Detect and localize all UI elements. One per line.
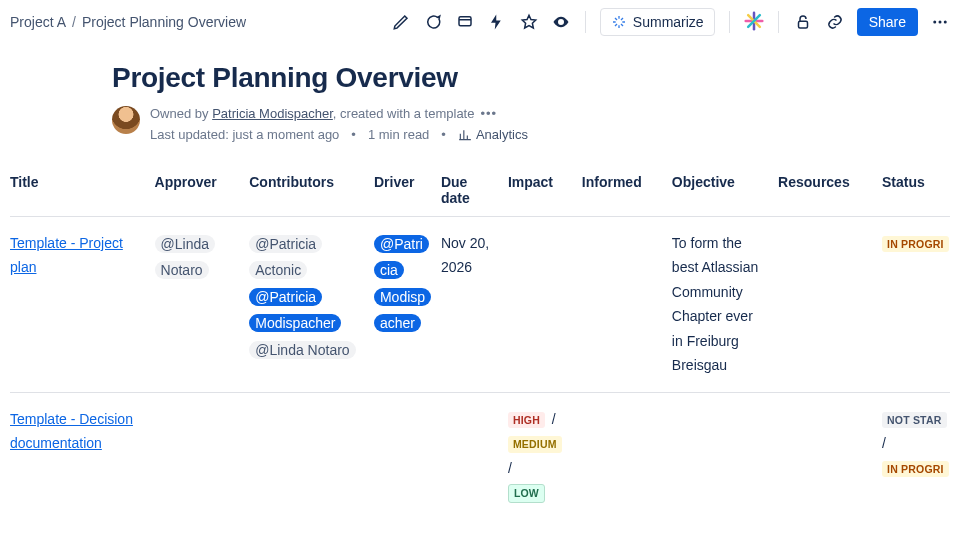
breadcrumb: Project A / Project Planning Overview	[10, 14, 246, 30]
read-time: 1 min read	[368, 125, 429, 146]
page-title: Project Planning Overview	[112, 62, 950, 94]
share-button[interactable]: Share	[857, 8, 918, 36]
last-updated: Last updated: just a moment ago	[150, 125, 339, 146]
col-impact: Impact	[502, 164, 576, 217]
summarize-button[interactable]: Summarize	[600, 8, 715, 36]
toolbar-divider	[729, 11, 730, 33]
objective-cell: To form the best Atlassian Community Cha…	[666, 216, 772, 392]
impact-lozenge: MEDIUM	[508, 436, 562, 453]
status-separator: /	[882, 431, 944, 456]
status-lozenge: IN PROGRI	[882, 461, 949, 478]
user-mention[interactable]: @Patricia Actonic	[249, 235, 322, 280]
analytics-link[interactable]: Analytics	[458, 125, 528, 146]
svg-point-9	[944, 21, 947, 24]
svg-point-7	[933, 21, 936, 24]
col-driver: Driver	[368, 164, 435, 217]
svg-rect-6	[798, 21, 807, 28]
toolbar: Summarize Share	[391, 8, 950, 36]
user-mention[interactable]: @Linda Notaro	[249, 341, 355, 359]
breadcrumb-current[interactable]: Project Planning Overview	[82, 14, 246, 30]
ai-sparkle-icon	[611, 14, 627, 30]
status-lozenge: IN PROGRI	[882, 236, 949, 253]
restrictions-icon[interactable]	[793, 12, 813, 32]
avatar[interactable]	[112, 106, 140, 134]
col-contributors: Contributors	[243, 164, 368, 217]
table-row: Template - Decision documentationHIGH / …	[10, 392, 950, 519]
col-approver: Approver	[149, 164, 244, 217]
more-icon[interactable]	[930, 12, 950, 32]
table-row: Template - Project plan@Linda Notaro@Pat…	[10, 216, 950, 392]
edit-icon[interactable]	[391, 12, 411, 32]
byline-more-icon[interactable]: •••	[480, 106, 497, 121]
due-date-cell	[435, 392, 502, 519]
summarize-label: Summarize	[633, 14, 704, 30]
col-resources: Resources	[772, 164, 876, 217]
breadcrumb-parent[interactable]: Project A	[10, 14, 66, 30]
owned-by-label: Owned by	[150, 106, 212, 121]
impact-lozenge: HIGH	[508, 412, 545, 429]
star-icon[interactable]	[519, 12, 539, 32]
svg-point-1	[559, 21, 562, 24]
automation-icon[interactable]	[487, 12, 507, 32]
objective-cell	[666, 392, 772, 519]
impact-lozenge: LOW	[508, 484, 545, 503]
overview-table: Title Approver Contributors Driver Due d…	[10, 164, 950, 519]
user-mention[interactable]: @Patricia Modispacher	[249, 288, 341, 333]
comment-icon[interactable]	[423, 12, 443, 32]
toolbar-divider	[585, 11, 586, 33]
breadcrumb-separator: /	[72, 14, 76, 30]
owner-link[interactable]: Patricia Modispacher	[212, 106, 333, 121]
row-title-link[interactable]: Template - Project plan	[10, 235, 123, 276]
user-mention[interactable]: @Patricia Modispacher	[374, 235, 431, 333]
svg-point-8	[939, 21, 942, 24]
watch-icon[interactable]	[551, 12, 571, 32]
analytics-icon	[458, 128, 472, 142]
col-objective: Objective	[666, 164, 772, 217]
loom-icon[interactable]	[744, 11, 764, 34]
col-title: Title	[10, 164, 149, 217]
due-date-cell: Nov 20, 2026	[435, 216, 502, 392]
user-mention[interactable]: @Linda Notaro	[155, 235, 215, 280]
status-lozenge: NOT STAR	[882, 412, 947, 429]
col-due-date: Due date	[435, 164, 502, 217]
row-title-link[interactable]: Template - Decision documentation	[10, 411, 133, 452]
svg-rect-0	[459, 17, 471, 26]
col-informed: Informed	[576, 164, 666, 217]
col-status: Status	[876, 164, 950, 217]
link-icon[interactable]	[825, 12, 845, 32]
presentation-icon[interactable]	[455, 12, 475, 32]
created-suffix: , created with a template	[333, 106, 475, 121]
toolbar-divider	[778, 11, 779, 33]
